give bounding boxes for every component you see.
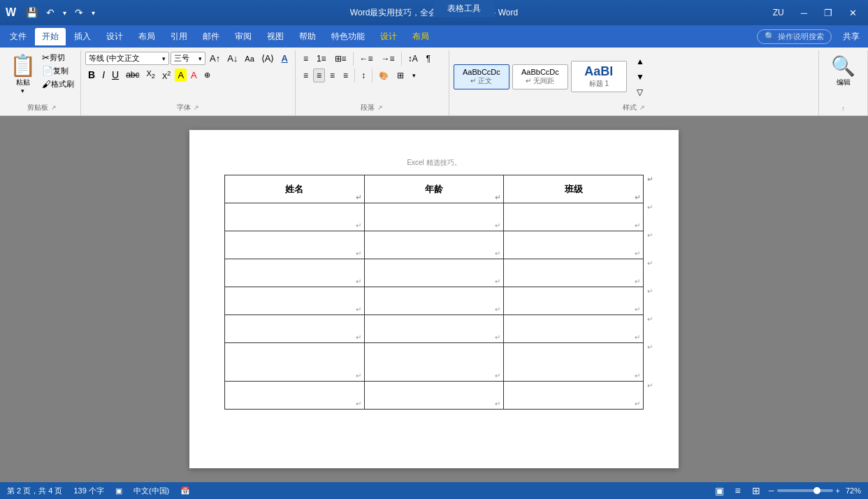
justify-button[interactable]: ≡ [340,68,352,82]
font-expand-icon[interactable]: ↗ [194,104,199,111]
menu-table-layout[interactable]: 布局 [405,28,436,45]
menu-mailings[interactable]: 邮件 [196,28,226,45]
language-label[interactable]: 中文(中国) [133,486,169,496]
table-cell[interactable]: ↵ [364,231,504,259]
cut-button[interactable]: ✂ 剪切 [40,52,76,64]
align-center-button[interactable]: ≡ [313,68,325,82]
line-spacing-button[interactable]: ↕ [358,68,369,82]
menu-home[interactable]: 开始 [35,28,66,45]
bullets-button[interactable]: ≡ [300,52,312,66]
zoom-track[interactable] [777,489,833,492]
table-cell[interactable]: ↵ [225,203,365,231]
menu-help[interactable]: 帮助 [292,28,323,45]
decrease-indent-button[interactable]: ←≡ [356,52,377,66]
table-cell[interactable]: ↵ [364,382,504,410]
align-right-button[interactable]: ≡ [326,68,338,82]
redo-icon[interactable]: ↷ [72,6,86,20]
minimize-button[interactable]: ─ [795,6,813,20]
font-more-button[interactable]: ⊕ [201,69,213,81]
menu-features[interactable]: 特色功能 [324,28,372,45]
zoom-level[interactable]: 72% [846,486,861,495]
text-highlight-button[interactable]: A [175,68,187,82]
strikethrough-button[interactable]: abc [123,68,142,81]
paragraph-expand-icon[interactable]: ↗ [377,104,383,111]
header-name[interactable]: 姓名↵ [225,175,365,203]
qa-dropdown-icon[interactable]: ▾ [89,8,98,18]
table-cell[interactable]: ↵ [364,343,504,382]
numbering-button[interactable]: 1≡ [313,52,330,66]
undo-icon[interactable]: ↶ [43,6,57,20]
table-cell[interactable]: ↵ [364,203,504,231]
show-formatting-button[interactable]: ¶ [423,52,434,66]
share-button[interactable]: 共享 [837,29,865,44]
shading-button[interactable]: 🎨 [375,69,392,82]
zoom-minus-icon[interactable]: ─ [769,486,774,495]
decrease-font-button[interactable]: A↓ [224,52,240,65]
table-cell[interactable]: ↵↵ [504,343,644,382]
style-normal[interactable]: AaBbCcDc ↵ 正文 [454,64,509,89]
paste-button[interactable]: 📋 粘贴 ▾ [7,52,38,96]
menu-references[interactable]: 引用 [164,28,194,45]
italic-button[interactable]: I [99,68,108,82]
align-left-button[interactable]: ≡ [300,68,312,82]
increase-indent-button[interactable]: →≡ [378,52,398,66]
zoom-plus-icon[interactable]: + [836,486,840,495]
table-cell[interactable]: ↵ [225,259,365,287]
paste-dropdown-icon[interactable]: ▾ [21,87,24,94]
menu-layout[interactable]: 布局 [131,28,162,45]
menu-table-design[interactable]: 设计 [373,28,404,45]
copy-button[interactable]: 📄 复制 [40,65,76,77]
print-layout-button[interactable]: ▣ [712,484,727,497]
zoom-thumb[interactable] [813,487,820,494]
style-no-spacing[interactable]: AaBbCcDc ↵ 无间距 [512,64,568,89]
zoom-slider[interactable]: ─ + [769,486,840,495]
table-cell[interactable]: ↵ [364,315,504,343]
table-cell[interactable]: ↵ [225,315,365,343]
clipboard-expand-icon[interactable]: ↗ [51,104,57,111]
underline-button[interactable]: U [109,68,122,82]
format-painter-button[interactable]: 🖌 格式刷 [40,78,76,90]
find-expand-icon[interactable]: ↑ [841,105,845,113]
font-color-button[interactable]: A [188,68,200,82]
save-icon[interactable]: 💾 [23,6,41,20]
clear-format-button[interactable]: ⟨A⟩ [259,52,277,65]
style-heading1[interactable]: AaBl 标题 1 [571,61,627,92]
search-placeholder[interactable]: 操作说明搜索 [778,31,824,42]
read-mode-button[interactable]: ⊞ [749,484,763,497]
multilevel-button[interactable]: ⊞≡ [331,52,350,66]
menu-review[interactable]: 审阅 [228,28,259,45]
table-cell[interactable]: ↵ [225,382,365,410]
styles-expand-icon[interactable]: ↗ [639,104,645,111]
web-layout-button[interactable]: ≡ [732,484,744,497]
table-cell[interactable]: ↵↵ [504,203,644,231]
borders-button[interactable]: ⊞ [393,68,407,82]
table-cell[interactable]: ↵↵ [504,315,644,343]
table-cell[interactable]: ↵ [225,343,365,382]
sort-button[interactable]: ↕A [405,52,421,66]
menu-file[interactable]: 文件 [3,28,34,45]
table-cell[interactable]: ↵↵ [504,287,644,315]
table-cell[interactable]: ↵ [364,287,504,315]
styles-more[interactable]: ▽ [632,85,648,99]
header-age[interactable]: 年龄↵ [364,175,504,203]
menu-view[interactable]: 视图 [260,28,291,45]
table-cell[interactable]: ↵ [225,231,365,259]
header-class[interactable]: 班级↵ ↵ [504,175,644,203]
subscript-button[interactable]: X2 [144,68,158,81]
font-name-dropdown[interactable]: 等线 (中文正文 ▾ [85,52,169,65]
borders-dropdown-icon[interactable]: ▾ [409,70,419,81]
document-table[interactable]: 姓名↵ 年龄↵ 班级↵ ↵ ↵ ↵ [224,175,644,410]
table-cell[interactable]: ↵ [364,259,504,287]
table-cell[interactable]: ↵ [225,287,365,315]
styles-scroll-down[interactable]: ▼ [632,70,648,84]
menu-insert[interactable]: 插入 [67,28,98,45]
font-size-dropdown[interactable]: 三号 ▾ [171,52,205,65]
increase-font-button[interactable]: A↑ [207,52,223,65]
find-button[interactable]: 🔍 编辑 [828,52,858,90]
restore-button[interactable]: ❐ [818,6,838,20]
styles-scroll-up[interactable]: ▲ [632,55,648,68]
table-cell[interactable]: ↵↵ [504,382,644,410]
close-button[interactable]: ✕ [844,6,862,20]
font-color-text-button[interactable]: A [278,52,290,65]
change-case-button[interactable]: Aa [242,53,256,64]
